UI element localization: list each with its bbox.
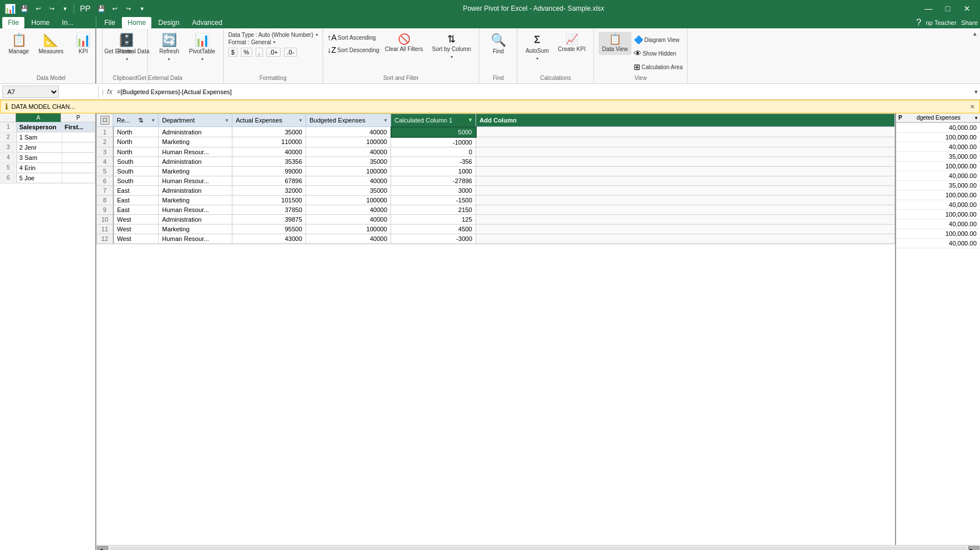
actual-cell[interactable]: 37850 [232, 205, 306, 214]
budgeted-cell[interactable]: 40000 [306, 214, 391, 224]
excel-cell-p2[interactable] [62, 133, 95, 142]
calculated-cell[interactable]: 125 [391, 214, 476, 224]
excel-cell-p6[interactable] [62, 174, 95, 183]
department-cell[interactable]: Marketing [159, 224, 232, 234]
pivot-save-icon[interactable]: 💾 [96, 3, 107, 14]
right-filter-icon[interactable]: ▾ [975, 115, 978, 121]
col-header-calculated[interactable]: Calculated Column 1 ▾ [391, 114, 476, 127]
budgeted-cell[interactable]: 40000 [306, 147, 391, 156]
pivot-qa-dropdown[interactable]: ▾ [137, 3, 147, 14]
department-cell[interactable]: Administration [159, 185, 232, 195]
region-cell[interactable]: North [113, 127, 159, 137]
budgeted-cell[interactable]: 40000 [306, 127, 391, 137]
excel-in-tab[interactable]: In... [56, 17, 79, 28]
actual-cell[interactable]: 32000 [232, 185, 306, 195]
share-button[interactable]: Share [961, 19, 978, 26]
maximize-button[interactable]: □ [939, 0, 956, 17]
minimize-button[interactable]: — [920, 0, 937, 17]
pivot-redo-icon[interactable]: ↪ [124, 3, 134, 14]
excel-cell-p4[interactable] [62, 153, 95, 163]
excel-cell-p5[interactable] [62, 163, 95, 173]
excel-cell-p1[interactable]: First... [62, 122, 95, 132]
region-cell[interactable]: West [113, 214, 159, 224]
department-cell[interactable]: Human Resour... [159, 147, 232, 156]
region-cell[interactable]: South [113, 166, 159, 176]
autosum-button[interactable]: Σ AutoSum ▾ [522, 32, 552, 64]
sort-asc-button[interactable]: ↑A Sort Ascending [328, 32, 380, 43]
refresh-button[interactable]: 🔄 Refresh ▾ [155, 32, 183, 64]
excel-cell-a2[interactable]: 1 Sam [17, 133, 62, 142]
h-scroll-track[interactable] [110, 547, 966, 551]
pivot-design-tab[interactable]: Design [152, 17, 185, 28]
budgeted-cell[interactable]: 100000 [306, 224, 391, 234]
actual-cell[interactable]: 110000 [232, 137, 306, 147]
show-hidden-button[interactable]: 👁 Show Hidden [634, 48, 683, 59]
budgeted-cell[interactable]: 100000 [306, 195, 391, 205]
excel-cell-a3[interactable]: 2 Jenr [17, 143, 62, 153]
calc-filter-btn[interactable]: ▾ [469, 116, 472, 124]
ribbon-collapse-icon[interactable]: ▲ [972, 31, 978, 37]
redo-qa-icon[interactable]: ↪ [46, 3, 57, 14]
inc-decimal-btn[interactable]: .0+ [266, 48, 281, 57]
pivot-undo-icon[interactable]: ↩ [110, 3, 120, 14]
qa-dropdown-icon[interactable]: ▾ [60, 3, 70, 14]
data-view-button[interactable]: 📋 Data View [599, 32, 631, 55]
measures-button[interactable]: 📐 Measures [35, 32, 67, 57]
calculated-cell[interactable]: 3000 [391, 185, 476, 195]
col-header-region[interactable]: Re... ⇅ ▾ [113, 114, 159, 127]
budgeted-filter-btn[interactable]: ▾ [384, 117, 387, 123]
kpi-button[interactable]: 📊 KPI [69, 32, 97, 57]
help-icon[interactable]: ? [917, 18, 922, 28]
actual-cell[interactable]: 101500 [232, 195, 306, 205]
calculated-cell[interactable]: -1500 [391, 195, 476, 205]
region-cell[interactable]: South [113, 176, 159, 185]
region-cell[interactable]: North [113, 137, 159, 147]
dept-filter-btn[interactable]: ▾ [226, 117, 228, 123]
region-cell[interactable]: East [113, 205, 159, 214]
comma-btn[interactable]: , [256, 48, 263, 57]
budgeted-cell[interactable]: 35000 [306, 185, 391, 195]
calculated-cell[interactable]: -3000 [391, 234, 476, 243]
manage-button[interactable]: 📋 Manage [5, 32, 33, 57]
calculated-cell[interactable]: 4500 [391, 224, 476, 234]
department-cell[interactable]: Administration [159, 156, 232, 166]
excel-cell-a1[interactable]: Salesperson [17, 122, 62, 132]
region-cell[interactable]: East [113, 185, 159, 195]
region-cell[interactable]: West [113, 234, 159, 243]
col-header-budgeted[interactable]: Budgeted Expenses ▾ [306, 114, 391, 127]
actual-cell[interactable]: 35000 [232, 127, 306, 137]
info-close-button[interactable]: ✕ [970, 103, 975, 111]
calc-area-button[interactable]: ⊞ Calculation Area [634, 61, 683, 73]
sort-column-button[interactable]: ⇅ Sort by Column ▾ [429, 32, 474, 62]
actual-cell[interactable]: 67896 [232, 176, 306, 185]
budgeted-cell[interactable]: 100000 [306, 137, 391, 147]
actual-cell[interactable]: 99000 [232, 166, 306, 176]
diagram-view-button[interactable]: 🔷 Diagram View [634, 34, 683, 45]
region-cell[interactable]: South [113, 156, 159, 166]
formula-expand-icon[interactable]: ▾ [974, 88, 978, 96]
close-button[interactable]: ✕ [958, 0, 975, 17]
col-header-add[interactable]: Add Column [476, 114, 895, 127]
excel-cell-p3[interactable] [62, 143, 95, 153]
calculated-cell[interactable]: -27896 [391, 176, 476, 185]
calculated-cell[interactable]: -356 [391, 156, 476, 166]
save-qa-icon[interactable]: 💾 [19, 3, 29, 14]
department-cell[interactable]: Human Resour... [159, 205, 232, 214]
department-cell[interactable]: Marketing [159, 166, 232, 176]
excel-cell-a6[interactable]: 5 Joe [17, 174, 62, 183]
dec-decimal-btn[interactable]: .0- [284, 48, 297, 57]
budgeted-cell[interactable]: 40000 [306, 176, 391, 185]
pivot-table[interactable]: ☐ Re... ⇅ ▾ Depar [96, 113, 895, 545]
region-filter-btn[interactable]: ▾ [152, 117, 155, 123]
excel-home-tab[interactable]: Home [26, 17, 55, 28]
sort-desc-button[interactable]: ↓Z Sort Descending [328, 44, 380, 56]
calculated-cell[interactable]: -10000 [391, 137, 476, 147]
actual-cell[interactable]: 35356 [232, 156, 306, 166]
calculated-cell[interactable]: 5000 [391, 127, 476, 137]
actual-cell[interactable]: 39875 [232, 214, 306, 224]
department-cell[interactable]: Administration [159, 127, 232, 137]
budgeted-cell[interactable]: 40000 [306, 234, 391, 243]
calculated-cell[interactable]: 2150 [391, 205, 476, 214]
pivot-file-tab[interactable]: File [99, 17, 121, 28]
find-button[interactable]: 🔍 Find [484, 32, 512, 57]
